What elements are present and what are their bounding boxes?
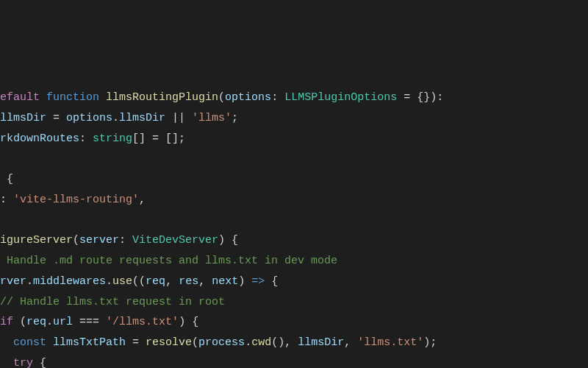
code-line-6: igureServer(server: ViteDevServer) { xyxy=(0,230,588,251)
code-editor[interactable]: efault function llmsRoutingPlugin(option… xyxy=(0,88,588,368)
code-line-2: llmsDir = options.llmsDir || 'llms'; xyxy=(0,108,588,129)
code-line-10: if (req.url === '/llms.txt') { xyxy=(0,312,588,333)
code-line-3: rkdownRoutes: string[] = []; xyxy=(0,129,588,149)
code-line-8: rver.middlewares.use((req, res, next) =>… xyxy=(0,272,588,292)
code-line-9: // Handle llms.txt request in root xyxy=(0,292,588,313)
code-line-4: { xyxy=(0,169,588,190)
code-line-5: : 'vite-llms-routing', xyxy=(0,190,588,210)
code-line-1: efault function llmsRoutingPlugin(option… xyxy=(0,88,588,108)
code-line-7: Handle .md route requests and llms.txt i… xyxy=(0,251,588,272)
code-line-12: try { xyxy=(0,353,588,368)
code-line-11: const llmsTxtPath = resolve(process.cwd(… xyxy=(0,333,588,353)
code-line-blank-1 xyxy=(0,149,588,169)
code-line-blank-2 xyxy=(0,210,588,231)
